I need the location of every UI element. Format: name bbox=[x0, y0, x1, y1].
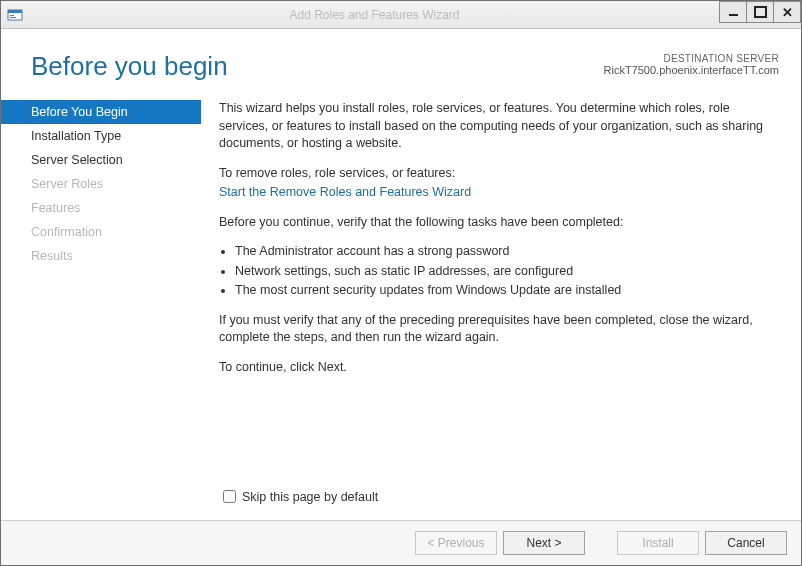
window-title: Add Roles and Features Wizard bbox=[29, 8, 720, 22]
destination-value: RickT7500.phoenix.interfaceTT.com bbox=[604, 64, 779, 76]
verify-label: Before you continue, verify that the fol… bbox=[219, 214, 777, 232]
main-row: Before You Begin Installation Type Serve… bbox=[1, 90, 801, 481]
skip-label: Skip this page by default bbox=[242, 490, 378, 504]
skip-row: Skip this page by default bbox=[1, 481, 801, 520]
intro-text: This wizard helps you install roles, rol… bbox=[219, 100, 777, 153]
wizard-window: Add Roles and Features Wizard ✕ Before y… bbox=[0, 0, 802, 566]
prereq-note: If you must verify that any of the prece… bbox=[219, 312, 777, 347]
sidebar-item-features: Features bbox=[1, 196, 201, 220]
remove-roles-link[interactable]: Start the Remove Roles and Features Wiza… bbox=[219, 185, 471, 199]
sidebar-item-before-you-begin[interactable]: Before You Begin bbox=[1, 100, 201, 124]
skip-checkbox[interactable] bbox=[223, 490, 236, 503]
app-icon bbox=[7, 7, 23, 23]
titlebar: Add Roles and Features Wizard ✕ bbox=[1, 1, 801, 29]
content-area: This wizard helps you install roles, rol… bbox=[201, 90, 801, 481]
page-title: Before you begin bbox=[31, 51, 604, 82]
sidebar-item-installation-type[interactable]: Installation Type bbox=[1, 124, 201, 148]
svg-rect-2 bbox=[10, 15, 14, 16]
destination-server: DESTINATION SERVER RickT7500.phoenix.int… bbox=[604, 51, 779, 82]
footer: < Previous Next > Install Cancel bbox=[1, 520, 801, 565]
prereq-item: The most current security updates from W… bbox=[235, 282, 777, 300]
svg-rect-3 bbox=[10, 17, 16, 18]
header-row: Before you begin DESTINATION SERVER Rick… bbox=[1, 29, 801, 90]
install-button: Install bbox=[617, 531, 699, 555]
minimize-button[interactable] bbox=[719, 1, 747, 23]
footer-spacer bbox=[591, 531, 611, 555]
close-button[interactable]: ✕ bbox=[773, 1, 801, 23]
continue-note: To continue, click Next. bbox=[219, 359, 777, 377]
destination-label: DESTINATION SERVER bbox=[604, 53, 779, 64]
svg-rect-1 bbox=[8, 10, 22, 13]
prereq-item: The Administrator account has a strong p… bbox=[235, 243, 777, 261]
sidebar-item-server-roles: Server Roles bbox=[1, 172, 201, 196]
window-controls: ✕ bbox=[720, 1, 801, 28]
wizard-body: Before you begin DESTINATION SERVER Rick… bbox=[1, 29, 801, 565]
prereq-item: Network settings, such as static IP addr… bbox=[235, 263, 777, 281]
sidebar-item-confirmation: Confirmation bbox=[1, 220, 201, 244]
prereq-list: The Administrator account has a strong p… bbox=[219, 243, 777, 300]
previous-button: < Previous bbox=[415, 531, 497, 555]
sidebar-item-server-selection[interactable]: Server Selection bbox=[1, 148, 201, 172]
next-button[interactable]: Next > bbox=[503, 531, 585, 555]
maximize-button[interactable] bbox=[746, 1, 774, 23]
sidebar: Before You Begin Installation Type Serve… bbox=[1, 90, 201, 481]
cancel-button[interactable]: Cancel bbox=[705, 531, 787, 555]
remove-label: To remove roles, role services, or featu… bbox=[219, 165, 777, 183]
sidebar-item-results: Results bbox=[1, 244, 201, 268]
